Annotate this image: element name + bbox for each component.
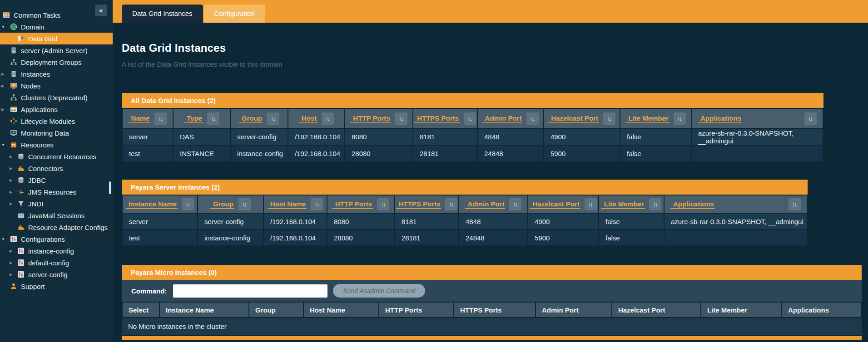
- tree-collapsed-arrow-icon[interactable]: ▶: [10, 190, 17, 194]
- sort-toggle-icon[interactable]: ↑↓: [322, 112, 334, 125]
- sort-toggle-icon[interactable]: ↑↓: [182, 198, 194, 210]
- sort-link-host-name[interactable]: Host Name: [268, 200, 307, 209]
- sort-link-lite-member[interactable]: Lite Member: [601, 200, 645, 209]
- sort-link-applications[interactable]: Applications: [698, 114, 742, 123]
- sort-toggle-icon[interactable]: ↑↓: [311, 198, 323, 210]
- command-input[interactable]: [173, 284, 327, 298]
- sidebar-item-clusters-deprecated[interactable]: Clusters (Deprecated): [0, 92, 113, 103]
- tree-collapsed-arrow-icon[interactable]: ▶: [10, 249, 17, 253]
- sidebar-item-label: default-config: [28, 259, 69, 267]
- tab-configuration[interactable]: Configuration: [204, 5, 265, 23]
- sort-toggle-icon[interactable]: ↑↓: [603, 112, 615, 125]
- sidebar-item-javamail-sessions[interactable]: JavaMail Sessions: [0, 210, 113, 221]
- sidebar-item-jdbc[interactable]: ▶JDBC: [0, 174, 113, 186]
- column-header-group: Group↑↓: [230, 108, 288, 128]
- tree-collapsed-arrow-icon[interactable]: ▶: [1, 84, 10, 88]
- tree-collapsed-arrow-icon[interactable]: ▶: [10, 178, 17, 182]
- sidebar-collapse-button[interactable]: «: [95, 5, 107, 16]
- sort-link-hazelcast-port[interactable]: Hazelcast Port: [530, 200, 580, 209]
- support-icon: [10, 283, 17, 290]
- sidebar-item-instances[interactable]: ▶Instances: [0, 68, 113, 80]
- column-header-row: Instance Name↑↓Group↑↓Host Name↑↓HTTP Po…: [122, 195, 807, 213]
- sort-link-host[interactable]: Host: [299, 114, 317, 123]
- sort-link-instance-name[interactable]: Instance Name: [126, 200, 178, 209]
- sort-link-https-ports[interactable]: HTTPS Ports: [396, 200, 441, 209]
- sidebar-item-concurrent-resources[interactable]: ▶Concurrent Resources: [0, 151, 113, 162]
- sidebar-item-configurations[interactable]: ▼Configurations: [0, 233, 113, 245]
- sort-toggle-icon[interactable]: ↑↓: [267, 112, 279, 125]
- sort-toggle-icon[interactable]: ↑↓: [154, 112, 167, 125]
- cell-lite-member: false: [620, 145, 691, 162]
- sort-link-http-ports[interactable]: HTTP Ports: [350, 114, 391, 123]
- sidebar-item-default-config[interactable]: ▶default-config: [0, 257, 113, 269]
- sort-toggle-icon[interactable]: ↑↓: [464, 112, 476, 125]
- sidebar-item-resources[interactable]: ▼Resources: [0, 139, 113, 151]
- sidebar-item-domain[interactable]: ▼Domain: [0, 21, 113, 33]
- cell-hazelcast-port: 5900: [544, 145, 620, 162]
- tree-collapsed-arrow-icon[interactable]: ▶: [1, 107, 10, 112]
- sort-link-http-ports[interactable]: HTTP Ports: [332, 200, 373, 209]
- column-header-name: Name↑↓: [122, 108, 173, 128]
- sort-link-applications[interactable]: Applications: [670, 200, 715, 209]
- cell-lite-member: false: [599, 213, 664, 230]
- cell-host-name: /192.168.0.104: [263, 230, 327, 246]
- tree-collapsed-arrow-icon[interactable]: ▶: [10, 273, 17, 277]
- sidebar-item-applications[interactable]: ▶Applications: [0, 103, 113, 115]
- sort-toggle-icon[interactable]: ↑↓: [526, 112, 539, 125]
- sort-link-admin-port[interactable]: Admin Port: [482, 114, 523, 123]
- cell-https-ports: 28181: [413, 145, 477, 162]
- sidebar-item-connectors[interactable]: ▶Connectors: [0, 162, 113, 174]
- tree-collapsed-arrow-icon[interactable]: ▶: [10, 202, 17, 206]
- sidebar-item-jndi[interactable]: ▶JNDI: [0, 198, 113, 210]
- sort-toggle-icon[interactable]: ↑↓: [649, 198, 661, 210]
- sidebar-item-support[interactable]: Support: [0, 280, 113, 292]
- sidebar-item-jms-resources[interactable]: ▶JMS Resources: [0, 186, 113, 198]
- tree-collapsed-arrow-icon[interactable]: ▶: [10, 155, 17, 159]
- sort-toggle-icon[interactable]: ↑↓: [789, 198, 801, 210]
- tree-collapsed-arrow-icon[interactable]: ▶: [1, 72, 10, 76]
- column-header-admin-port: Admin Port↑↓: [477, 108, 544, 128]
- sidebar-item-deployment-groups[interactable]: Deployment Groups: [0, 56, 113, 68]
- sort-link-hazelcast-port[interactable]: Hazelcast Port: [548, 114, 599, 123]
- sidebar-item-lifecycle-modules[interactable]: Lifecycle Modules: [0, 115, 113, 127]
- sidebar-item-nodes[interactable]: ▶Nodes: [0, 80, 113, 92]
- cell-group: instance-config: [198, 230, 263, 246]
- sort-link-admin-port[interactable]: Admin Port: [465, 200, 506, 209]
- tree-expanded-arrow-icon[interactable]: ▼: [1, 25, 10, 29]
- sort-link-https-ports[interactable]: HTTPS Ports: [414, 114, 460, 123]
- sort-link-group[interactable]: Group: [239, 114, 263, 123]
- sidebar-item-server-admin-server[interactable]: server (Admin Server): [0, 44, 113, 56]
- tree-collapsed-arrow-icon[interactable]: ▶: [10, 166, 17, 171]
- tab-data-grid-instances[interactable]: Data Grid Instances: [122, 5, 203, 23]
- column-header-applications: Applications↑↓: [664, 195, 807, 213]
- sort-link-group[interactable]: Group: [210, 200, 234, 209]
- common-tasks-icon: [3, 11, 10, 19]
- configurations-icon: [10, 235, 17, 243]
- sort-toggle-icon[interactable]: ↑↓: [445, 198, 457, 210]
- send-asadmin-command-button[interactable]: Send Asadmin Command: [333, 284, 425, 298]
- tree-expanded-arrow-icon[interactable]: ▼: [1, 237, 10, 241]
- sidebar-item-label: server-config: [28, 271, 68, 278]
- sidebar-item-resource-adapter-configs[interactable]: Resource Adapter Configs: [0, 221, 113, 233]
- sort-link-type[interactable]: Type: [184, 114, 203, 123]
- sidebar-scrollbar-thumb[interactable]: [109, 181, 111, 194]
- sort-toggle-icon[interactable]: ↑↓: [804, 112, 817, 125]
- micro-instances-table: SelectInstance NameGroupHost NameHTTP Po…: [122, 302, 862, 318]
- sort-link-name[interactable]: Name: [129, 114, 151, 123]
- sidebar-item-data-grid[interactable]: Data Grid: [0, 33, 113, 44]
- cell-admin-port: 4848: [459, 213, 528, 230]
- sort-toggle-icon[interactable]: ↑↓: [395, 112, 407, 125]
- cell-type: INSTANCE: [173, 145, 230, 162]
- tree-expanded-arrow-icon[interactable]: ▼: [1, 143, 10, 147]
- sidebar-item-monitoring-data[interactable]: Monitoring Data: [0, 127, 113, 139]
- sidebar-item-server-config[interactable]: ▶server-config: [0, 269, 113, 280]
- sort-toggle-icon[interactable]: ↑↓: [238, 198, 251, 210]
- sort-toggle-icon[interactable]: ↑↓: [207, 112, 219, 125]
- sort-toggle-icon[interactable]: ↑↓: [509, 198, 521, 210]
- sidebar-item-instance-config[interactable]: ▶instance-config: [0, 245, 113, 257]
- sort-link-lite-member[interactable]: Lite Member: [625, 114, 669, 123]
- sort-toggle-icon[interactable]: ↑↓: [674, 112, 686, 125]
- sort-toggle-icon[interactable]: ↑↓: [585, 198, 597, 210]
- tree-collapsed-arrow-icon[interactable]: ▶: [10, 261, 17, 265]
- sort-toggle-icon[interactable]: ↑↓: [377, 198, 389, 210]
